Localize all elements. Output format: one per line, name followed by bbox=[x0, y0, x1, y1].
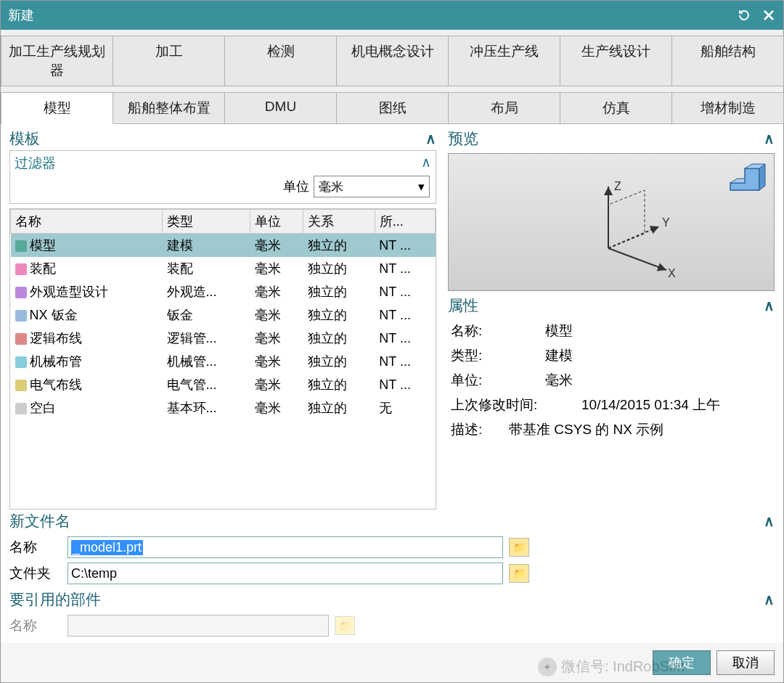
properties-panel: 名称:模型 类型:建模 单位:毫米 上次修改时间:10/14/2015 01:3… bbox=[444, 317, 779, 443]
tabs-row-2: 模型船舶整体布置DMU图纸布局仿真增材制造 bbox=[1, 86, 783, 124]
template-icon bbox=[15, 310, 27, 322]
table-row[interactable]: 空白基本环...毫米独立的无 bbox=[11, 396, 436, 420]
template-heading: 模板 bbox=[9, 128, 425, 149]
browse-name-button[interactable]: 📁 bbox=[509, 538, 529, 557]
preview-image: Z X Y bbox=[448, 153, 775, 291]
template-section-header[interactable]: 模板 ∧ bbox=[5, 127, 441, 150]
column-header[interactable]: 所... bbox=[375, 210, 435, 234]
chevron-up-icon: ∧ bbox=[764, 512, 775, 530]
prop-unit-value: 毫米 bbox=[545, 371, 573, 390]
refpart-name-label: 名称 bbox=[9, 616, 68, 635]
tabs-row-1: 加工生产线规划器加工检测机电概念设计冲压生产线生产线设计船舶结构 bbox=[1, 30, 783, 86]
newfile-form: 名称 _model1.prt 📁 文件夹 C:\temp 📁 bbox=[5, 533, 779, 588]
filter-heading: 过滤器 bbox=[15, 154, 421, 173]
tab-模型[interactable]: 模型 bbox=[1, 92, 113, 124]
prop-mod-value: 10/14/2015 01:34 上午 bbox=[581, 396, 720, 414]
refpart-section-header[interactable]: 要引用的部件 ∧ bbox=[5, 588, 779, 611]
table-row[interactable]: 装配装配毫米独立的NT ... bbox=[11, 257, 436, 280]
tab-船舶整体布置[interactable]: 船舶整体布置 bbox=[113, 92, 225, 124]
browse-folder-button[interactable]: 📁 bbox=[509, 564, 529, 583]
properties-section-header[interactable]: 属性 ∧ bbox=[444, 294, 779, 317]
template-grid[interactable]: 名称类型单位关系所... 模型建模毫米独立的NT ...装配装配毫米独立的NT … bbox=[9, 208, 436, 510]
unit-select-value: 毫米 bbox=[319, 179, 343, 195]
newfile-name-label: 名称 bbox=[9, 538, 68, 557]
prop-type-label: 类型: bbox=[451, 346, 545, 365]
ok-button[interactable]: 确定 bbox=[653, 650, 711, 675]
svg-text:Y: Y bbox=[662, 216, 670, 229]
template-icon bbox=[15, 403, 27, 414]
tab-增材制造[interactable]: 增材制造 bbox=[671, 92, 784, 124]
close-icon[interactable] bbox=[761, 8, 776, 23]
svg-line-4 bbox=[608, 248, 666, 270]
template-icon bbox=[15, 356, 27, 368]
tab-冲压生产线[interactable]: 冲压生产线 bbox=[448, 36, 560, 86]
new-dialog: 新建 加工生产线规划器加工检测机电概念设计冲压生产线生产线设计船舶结构 模型船舶… bbox=[0, 0, 784, 683]
dialog-title: 新建 bbox=[8, 7, 34, 24]
unit-select[interactable]: 毫米 ▾ bbox=[314, 176, 430, 197]
svg-text:Z: Z bbox=[614, 180, 621, 192]
column-header[interactable]: 名称 bbox=[11, 210, 163, 234]
prop-name-label: 名称: bbox=[451, 322, 545, 340]
template-icon bbox=[15, 333, 27, 345]
unit-label: 单位 bbox=[283, 178, 309, 195]
cancel-button[interactable]: 取消 bbox=[716, 650, 775, 675]
svg-text:X: X bbox=[668, 267, 676, 279]
properties-heading: 属性 bbox=[448, 295, 764, 316]
dialog-footer: ✦ 微信号: IndRobSim 确定 取消 bbox=[1, 643, 783, 682]
template-icon bbox=[15, 240, 27, 252]
table-row[interactable]: 机械布管机械管...毫米独立的NT ... bbox=[11, 350, 436, 373]
table-row[interactable]: NX 钣金钣金毫米独立的NT ... bbox=[11, 303, 436, 327]
tab-图纸[interactable]: 图纸 bbox=[336, 92, 449, 124]
column-header[interactable]: 类型 bbox=[163, 210, 250, 234]
column-header[interactable]: 单位 bbox=[250, 210, 303, 234]
titlebar: 新建 bbox=[1, 1, 783, 30]
template-icon bbox=[15, 287, 27, 298]
tab-检测[interactable]: 检测 bbox=[224, 36, 337, 86]
chevron-up-icon: ∧ bbox=[764, 297, 775, 314]
prop-desc-value: 带基准 CSYS 的 NX 示例 bbox=[509, 420, 663, 439]
browse-refpart-button[interactable]: 📁 bbox=[335, 616, 355, 635]
tab-仿真[interactable]: 仿真 bbox=[560, 92, 672, 124]
newfile-folder-input[interactable]: C:\temp bbox=[68, 563, 503, 584]
tab-布局[interactable]: 布局 bbox=[448, 92, 560, 124]
chevron-up-icon: ∧ bbox=[764, 130, 775, 147]
tab-生产线设计[interactable]: 生产线设计 bbox=[560, 36, 672, 86]
column-header[interactable]: 关系 bbox=[303, 210, 375, 234]
chevron-up-icon: ∧ bbox=[425, 130, 436, 147]
csys-axis-icon: Z X Y bbox=[572, 176, 688, 285]
prop-type-value: 建模 bbox=[545, 346, 573, 365]
tab-船舶结构[interactable]: 船舶结构 bbox=[671, 36, 784, 86]
tab-加工[interactable]: 加工 bbox=[113, 36, 225, 86]
filter-subsection: 过滤器 ∧ 单位 毫米 ▾ bbox=[9, 150, 436, 204]
content-area: 模板 ∧ 过滤器 ∧ 单位 毫米 ▾ bbox=[1, 124, 783, 643]
refpart-form: 名称 📁 bbox=[5, 611, 779, 640]
model-cube-icon bbox=[723, 161, 767, 205]
table-row[interactable]: 模型建模毫米独立的NT ... bbox=[11, 234, 436, 258]
refpart-name-input[interactable] bbox=[68, 615, 329, 637]
newfile-name-input[interactable]: _model1.prt bbox=[68, 536, 503, 558]
template-icon bbox=[15, 263, 27, 275]
newfile-heading: 新文件名 bbox=[9, 511, 764, 531]
chevron-up-icon: ∧ bbox=[764, 591, 775, 608]
wechat-icon: ✦ bbox=[538, 658, 557, 676]
chevron-up-icon: ∧ bbox=[421, 154, 431, 173]
prop-unit-label: 单位: bbox=[451, 371, 545, 390]
tab-机电概念设计[interactable]: 机电概念设计 bbox=[336, 36, 449, 86]
table-row[interactable]: 电气布线电气管...毫米独立的NT ... bbox=[11, 373, 436, 396]
table-row[interactable]: 逻辑布线逻辑管...毫米独立的NT ... bbox=[11, 327, 436, 350]
filter-header[interactable]: 过滤器 ∧ bbox=[15, 154, 431, 173]
preview-section-header[interactable]: 预览 ∧ bbox=[444, 127, 779, 150]
prop-name-value: 模型 bbox=[545, 322, 573, 340]
svg-line-6 bbox=[608, 226, 659, 248]
template-icon bbox=[15, 380, 27, 391]
prop-desc-label: 描述: bbox=[451, 420, 509, 439]
reset-icon[interactable] bbox=[737, 8, 751, 23]
chevron-down-icon: ▾ bbox=[418, 179, 425, 195]
newfile-section-header[interactable]: 新文件名 ∧ bbox=[5, 510, 779, 533]
refpart-heading: 要引用的部件 bbox=[9, 589, 764, 610]
table-row[interactable]: 外观造型设计外观造...毫米独立的NT ... bbox=[11, 280, 436, 303]
newfile-folder-label: 文件夹 bbox=[9, 564, 68, 583]
tab-DMU[interactable]: DMU bbox=[224, 92, 337, 124]
tab-加工生产线规划器[interactable]: 加工生产线规划器 bbox=[1, 36, 113, 86]
prop-mod-label: 上次修改时间: bbox=[451, 396, 581, 414]
